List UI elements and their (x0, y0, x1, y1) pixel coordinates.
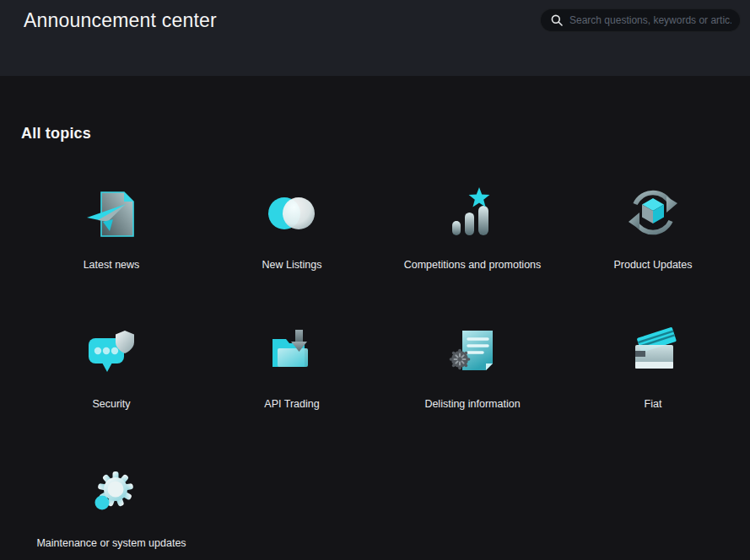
competitions-promotions-icon (445, 186, 499, 240)
search-bar[interactable] (540, 8, 741, 32)
topic-product-updates[interactable]: Product Updates (563, 186, 743, 271)
product-updates-icon (626, 186, 680, 240)
topic-latest-news[interactable]: Latest news (21, 186, 202, 271)
topic-fiat[interactable]: Fiat (563, 326, 743, 410)
page-title: Announcement center (24, 9, 217, 32)
topic-label: Latest news (84, 259, 140, 271)
main-content: All topics Latest news (0, 76, 750, 549)
topic-label: Security (92, 398, 130, 410)
topic-new-listings[interactable]: New Listings (202, 186, 382, 271)
topic-security[interactable]: Security (21, 326, 202, 410)
new-listings-icon (265, 186, 319, 240)
delisting-information-icon (445, 326, 499, 380)
fiat-icon (626, 326, 680, 380)
topic-competitions-promotions[interactable]: Competitions and promotions (382, 186, 563, 271)
topic-delisting-information[interactable]: Delisting information (382, 326, 563, 410)
topic-label: Fiat (645, 398, 662, 410)
security-icon (84, 326, 138, 380)
topic-label: Product Updates (613, 259, 692, 271)
topics-grid: Latest news New Listings (21, 186, 750, 549)
latest-news-icon (84, 186, 138, 240)
topic-label: Maintenance or system updates (36, 537, 186, 549)
topic-label: New Listings (262, 259, 322, 271)
section-title: All topics (21, 76, 750, 143)
header: Announcement center (0, 0, 750, 76)
topic-label: API Trading (264, 398, 319, 410)
maintenance-system-updates-icon (84, 465, 138, 519)
topic-api-trading[interactable]: API Trading (202, 326, 382, 410)
api-trading-icon (265, 326, 319, 380)
search-icon (551, 14, 563, 26)
topic-maintenance-system-updates[interactable]: Maintenance or system updates (21, 465, 202, 549)
topic-label: Competitions and promotions (404, 259, 542, 271)
search-input[interactable] (569, 14, 731, 26)
topic-label: Delisting information (424, 398, 520, 410)
